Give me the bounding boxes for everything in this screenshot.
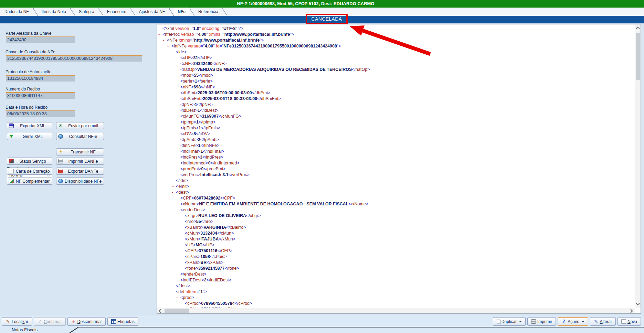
bottom-toolbar: LocalizarConfirmarDesconfirmarEtiquetas … <box>0 316 644 327</box>
xml-value: Intellicash 3.1 <box>200 172 229 177</box>
button-carta-de-correcao[interactable]: Carta de Correção <box>7 168 52 175</box>
xml-toggle-marker[interactable]: - <box>158 32 162 37</box>
button-gerar-xml[interactable]: Gerar XML <box>7 133 52 140</box>
button-consultar-nf-e[interactable]: Consultar NF-e <box>56 133 104 140</box>
xml-toggle-marker[interactable]: - <box>163 37 167 43</box>
xml-punctuation: > <box>188 283 190 288</box>
field-label-protocolo-de-autorizacao: Protocolo de Autorização <box>6 69 51 74</box>
xml-line: <xMun>ITAJUBA</xMun> <box>158 236 635 242</box>
button-nf-complementar[interactable]: NF Complementar <box>7 178 52 185</box>
tab-ajustes-da-nf[interactable]: Ajustes da NF <box>135 8 169 16</box>
xml-line: <natOp>VENDAS DE MERCADORIAS ADQUIRIDAS … <box>158 67 635 73</box>
xml-punctuation: </ <box>212 61 216 66</box>
button-disponibilidade-nfe[interactable]: Disponibilidade NFe <box>56 178 104 185</box>
horizontal-scrollbar-thumb[interactable] <box>165 309 189 313</box>
field-input-chave-de-consulta-da-nfe[interactable]: 3125033674431900017955001000000698124342… <box>6 55 142 62</box>
scroll-right-icon[interactable] <box>629 309 633 313</box>
scroll-up-icon[interactable] <box>636 26 640 30</box>
tab-sintegra[interactable]: Sintegra <box>75 8 98 16</box>
button-exportar-danfe[interactable]: Exportar DANFe <box>56 168 104 175</box>
xml-line: <xBairro>VARGINHA</xBairro> <box>158 225 635 230</box>
button-label: Disponibilidade NFe <box>64 179 102 184</box>
xml-punctuation: </ <box>202 243 206 247</box>
xml-value: 31 <box>193 55 198 60</box>
field-label-numero-do-recibo: Numero do Recibo <box>6 87 40 92</box>
left-panel: Tipo de envio Normal Parte Aleatória da … <box>0 23 157 316</box>
xml-toggle-marker[interactable]: - <box>172 49 176 55</box>
xml-toggle-marker[interactable]: - <box>172 289 176 295</box>
xml-punctuation: > <box>211 73 213 78</box>
scroll-left-icon[interactable] <box>159 309 162 313</box>
xml-line: <verProc>Intellicash 3.1</verProc> <box>158 172 635 178</box>
xml-element-name: nfeProc <box>165 32 180 37</box>
button-exportar-xml[interactable]: Exportar XML <box>7 122 52 129</box>
button-nova[interactable]: Nova <box>617 317 641 326</box>
button-acoes[interactable]: Ações <box>558 317 588 326</box>
xml-line: <cUF>31</cUF> <box>158 55 635 61</box>
button-duplicar[interactable]: Duplicar <box>493 317 526 326</box>
xml-punctuation: > <box>208 131 210 136</box>
xml-toggle-marker[interactable]: - <box>167 43 171 49</box>
xml-line: <indIntermed>0</indIntermed> <box>158 160 635 166</box>
button-enviar-por-email[interactable]: Enviar por email <box>56 122 104 129</box>
vertical-scrollbar[interactable] <box>635 24 641 308</box>
xml-value: 1 <box>199 126 201 130</box>
button-imprimir[interactable]: Imprimir <box>527 317 556 326</box>
xml-element-name: tpImp <box>183 120 193 125</box>
xml-element-name: mod <box>183 73 191 78</box>
xml-toggle-marker[interactable]: - <box>172 190 176 195</box>
xml-content[interactable]: <?xml version="1.0" encoding="UTF-8" ?>-… <box>157 24 635 308</box>
xml-line: <cMunFG>3169307</cMunFG> <box>158 114 635 119</box>
xml-line: <tpImp>1</tpImp> <box>158 119 635 125</box>
xml-element-name: emit <box>178 184 187 189</box>
xml-element-name: procEmi <box>207 166 223 171</box>
xml-element-name: enderDest <box>183 207 203 212</box>
button-desconfirmar[interactable]: Desconfirmar <box>67 317 106 326</box>
xml-toggle-marker[interactable]: - <box>176 295 180 301</box>
button-localizar[interactable]: Localizar <box>2 317 32 326</box>
xml-punctuation: > <box>193 219 196 224</box>
xml-element-name: cUF <box>202 55 210 60</box>
xml-punctuation: </ <box>218 248 221 253</box>
xml-element-name: mod <box>202 73 211 78</box>
email-icon <box>58 123 63 128</box>
xml-punctuation: > <box>210 102 213 107</box>
xml-element-name: fone <box>228 266 236 271</box>
scroll-down-icon[interactable] <box>636 301 640 305</box>
vertical-scrollbar-thumb[interactable] <box>636 33 640 80</box>
xml-element-name: dest <box>180 283 188 288</box>
xml-element-name: xPais <box>210 260 221 265</box>
horizontal-scrollbar[interactable] <box>157 308 635 313</box>
xml-element-name: cMun <box>187 231 198 236</box>
button-transmitir-nf[interactable]: Transmitir NF <box>56 148 104 155</box>
lightning-icon <box>58 150 63 154</box>
field-input-parte-aleatoria-da-chave[interactable]: 24342490 <box>6 36 75 43</box>
xml-punctuation: </ <box>246 213 250 218</box>
tab-nfe[interactable]: NFe <box>174 8 189 16</box>
xml-value: NFe3125033674431900017955001000000698124… <box>223 44 337 49</box>
xml-toggle-marker[interactable]: + <box>172 184 176 190</box>
tab-dados-da-nf[interactable]: Dados da NF <box>1 8 33 16</box>
field-input-numero-do-recibo[interactable]: 310000086611147 <box>6 92 75 99</box>
button-label: Ações <box>568 319 579 324</box>
xml-punctuation: = <box>189 26 192 31</box>
green-down-arrow-icon <box>9 134 14 139</box>
xml-attribute-name: versao <box>188 44 201 49</box>
button-status-servico[interactable]: Status Serviço <box>7 158 52 165</box>
tab-itens-da-nota[interactable]: Itens da Nota <box>38 8 70 16</box>
field-input-data-e-hora-do-recibo[interactable]: 06/03/2025 18:00:38 <box>6 110 75 117</box>
xml-line: <cDV>8</cDV> <box>158 131 635 137</box>
xml-punctuation: > <box>194 120 196 125</box>
button-label: Duplicar <box>502 319 517 324</box>
field-input-protocolo-de-autorizacao[interactable]: 131250150184884 <box>6 75 75 82</box>
xml-punctuation: </ <box>180 272 184 277</box>
status-tab-notas-fiscais[interactable]: Notas Fiscais <box>12 327 38 332</box>
xml-toggle-marker[interactable]: - <box>176 207 180 213</box>
button-alterar[interactable]: Alterar <box>590 317 616 326</box>
tab-referencia[interactable]: Referencia <box>194 8 222 16</box>
button-etiquetas[interactable]: Etiquetas <box>107 317 138 326</box>
tab-financeiro[interactable]: Financeiro <box>103 8 130 16</box>
button-imprimir-danfe[interactable]: Imprimir DANFe <box>56 158 104 165</box>
xml-value: ITAJUBA <box>200 237 219 241</box>
xml-punctuation: > <box>222 149 224 154</box>
